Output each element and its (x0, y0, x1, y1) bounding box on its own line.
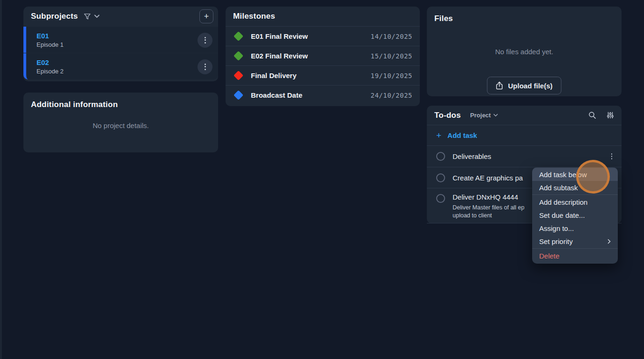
subproject-name: Episode 1 (37, 41, 198, 48)
files-title: Files (427, 7, 622, 23)
chevron-right-icon (607, 239, 611, 244)
milestone-row[interactable]: E02 Final Review 15/10/2025 (226, 46, 420, 65)
task-context-menu: Add task below Add subtask Add descripti… (532, 167, 618, 264)
upload-icon (496, 81, 503, 90)
task-checkbox[interactable] (436, 194, 445, 203)
no-files-text: No files added yet. (427, 48, 622, 56)
task-title: Deliverables (453, 152, 608, 160)
kebab-icon (611, 153, 613, 159)
subproject-row-e02[interactable]: E02 Episode 2 (23, 53, 218, 79)
add-task-button[interactable]: + Add task (427, 125, 622, 145)
milestone-row[interactable]: Final Delivery 19/10/2025 (226, 65, 420, 85)
milestone-row[interactable]: E01 Final Review 14/10/2025 (226, 26, 420, 46)
additional-information-panel: Additional information No project detail… (23, 93, 218, 152)
menu-item-delete[interactable]: Delete (532, 249, 618, 262)
todos-scope-label: Project (470, 112, 491, 119)
upload-files-button[interactable]: Upload file(s) (487, 77, 561, 94)
menu-separator (532, 248, 618, 249)
menu-item-label: Set priority (539, 237, 573, 245)
milestone-date: 15/10/2025 (371, 52, 412, 60)
menu-item-add-task-below[interactable]: Add task below (532, 168, 618, 181)
filter-funnel-icon[interactable] (83, 13, 91, 21)
chevron-down-icon (493, 114, 498, 117)
todos-scope-dropdown[interactable]: Project (470, 112, 498, 119)
milestone-name: E01 Final Review (251, 32, 371, 40)
subprojects-title: Subprojects (31, 12, 78, 21)
search-icon[interactable] (588, 111, 596, 119)
menu-item-set-due-date[interactable]: Set due date... (532, 208, 618, 222)
files-panel: Files No files added yet. Upload file(s) (427, 7, 622, 96)
add-subproject-button[interactable]: + (199, 9, 213, 23)
collapsed-sidebar-strip (0, 0, 2, 359)
menu-item-assign-to[interactable]: Assign to... (532, 222, 618, 235)
milestone-diamond-icon (234, 71, 243, 80)
milestone-diamond-icon (234, 31, 243, 41)
kebab-icon (205, 64, 206, 70)
milestone-row[interactable]: Broadcast Date 24/10/2025 (226, 85, 420, 105)
no-project-details-text: No project details. (23, 122, 218, 129)
milestone-diamond-icon (234, 51, 243, 61)
menu-item-add-description[interactable]: Add description (532, 195, 618, 208)
menu-separator (532, 194, 618, 195)
subproject-code[interactable]: E01 (37, 32, 198, 40)
milestone-name: E02 Final Review (251, 52, 371, 60)
milestone-date: 24/10/2025 (371, 92, 412, 99)
subproject-row-e01[interactable]: E01 Episode 1 (23, 27, 218, 53)
subproject-name: Episode 2 (37, 68, 198, 75)
milestone-date: 14/10/2025 (371, 33, 412, 40)
subproject-kebab-menu-button[interactable] (198, 59, 212, 74)
task-row-deliverables[interactable]: Deliverables (427, 146, 622, 167)
kebab-icon (205, 37, 206, 43)
chevron-down-icon[interactable] (94, 14, 100, 18)
milestones-title: Milestones (233, 12, 275, 21)
subprojects-panel: Subprojects + E01 Episode 1 E02 Episode … (23, 7, 218, 81)
task-checkbox[interactable] (436, 173, 445, 182)
milestone-date: 19/10/2025 (371, 72, 412, 79)
plus-icon: + (436, 131, 441, 140)
additional-information-title: Additional information (23, 93, 218, 109)
milestone-diamond-icon (234, 90, 243, 100)
milestones-panel: Milestones E01 Final Review 14/10/2025 E… (226, 7, 420, 106)
add-task-label: Add task (447, 131, 477, 139)
milestone-name: Broadcast Date (251, 91, 371, 99)
filter-sliders-icon[interactable] (607, 111, 614, 119)
subproject-code[interactable]: E02 (37, 58, 198, 66)
subproject-kebab-menu-button[interactable] (198, 33, 212, 48)
milestone-name: Final Delivery (251, 72, 371, 79)
menu-item-add-subtask[interactable]: Add subtask (532, 181, 618, 194)
task-kebab-menu-button[interactable] (608, 152, 615, 160)
task-checkbox[interactable] (436, 152, 445, 161)
upload-button-label: Upload file(s) (508, 82, 552, 90)
todos-title: To-dos (434, 111, 461, 120)
menu-item-set-priority[interactable]: Set priority (532, 235, 618, 248)
